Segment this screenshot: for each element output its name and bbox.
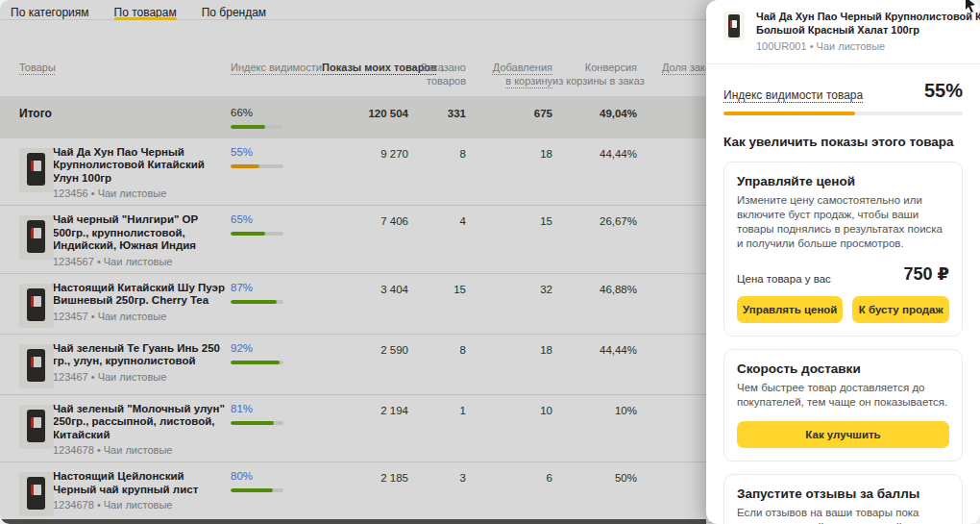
manage-price-button[interactable]: Управлять ценой xyxy=(737,296,843,323)
visibility-index-bar xyxy=(723,112,963,115)
card-body: Если отзывов на ваши товары пока мало, м… xyxy=(737,506,949,524)
panel-product-image xyxy=(723,12,745,40)
card-manage-price: Управляйте ценой Измените цену самостоят… xyxy=(723,162,963,337)
price-value: 750 ₽ xyxy=(903,263,949,285)
price-row: Цена товара у вас 750 ₽ xyxy=(737,263,949,285)
boost-sales-button[interactable]: К бусту продаж xyxy=(852,296,949,323)
panel-product-title: Чай Да Хун Пао Черный Крупнолистовой Кит… xyxy=(756,10,980,37)
card-title: Запустите отзывы за баллы xyxy=(737,487,949,501)
price-label: Цена товара у вас xyxy=(737,273,831,285)
card-body: Измените цену самостоятельно или включит… xyxy=(737,193,949,251)
horizontal-scrollbar[interactable] xyxy=(0,519,706,524)
card-reviews-for-points: Запустите отзывы за баллы Если отзывов н… xyxy=(723,474,963,524)
visibility-index-row: Индекс видимости товара 55% xyxy=(723,80,963,102)
visibility-index-value: 55% xyxy=(924,80,963,102)
panel-product-sku: 100UR001 • Чаи листовые xyxy=(756,40,980,52)
app-window: По категориям По товарам По брендам Това… xyxy=(0,0,980,524)
card-body: Чем быстрее товар доставляется до покупа… xyxy=(737,381,949,410)
panel-product-header: Чай Да Хун Пао Черный Крупнолистовой Кит… xyxy=(723,10,963,52)
improve-delivery-button[interactable]: Как улучшить xyxy=(737,421,949,448)
card-title: Управляйте ценой xyxy=(737,174,949,188)
mouse-cursor xyxy=(964,0,977,12)
card-delivery-speed: Скорость доставки Чем быстрее товар дост… xyxy=(723,349,963,462)
card-title: Скорость доставки xyxy=(737,362,949,376)
visibility-index-label[interactable]: Индекс видимости товара xyxy=(723,88,863,102)
improve-section-title: Как увеличить показы этого товара xyxy=(723,135,963,149)
tea-package-icon xyxy=(728,14,740,37)
divider xyxy=(706,63,980,64)
product-details-panel: Чай Да Хун Пао Черный Крупнолистовой Кит… xyxy=(706,0,980,524)
